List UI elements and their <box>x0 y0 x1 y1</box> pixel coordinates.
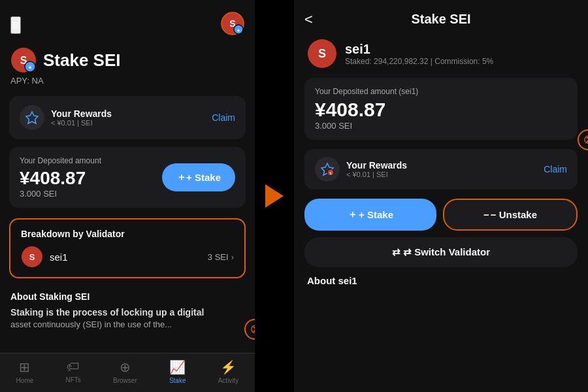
left-claim-button[interactable]: Claim <box>212 112 235 123</box>
right-rewards-title: Your Rewards <box>346 160 407 171</box>
right-panel-title: Stake SEI <box>411 12 470 27</box>
svg-text:S: S <box>318 47 326 60</box>
breakdown-title: Breakdown by Validator <box>21 229 234 239</box>
stake-icon: 📈 <box>169 359 186 375</box>
right-deposit-amount: ¥408.87 <box>315 99 567 121</box>
about-staking-fade: asset continuously (SEI) in the use of t… <box>10 319 244 329</box>
right-unstake-button[interactable]: − − Unstake <box>443 199 578 231</box>
validator-info: sei1 Staked: 294,220,982.32 | Commission… <box>345 42 493 66</box>
validator-left: S sei1 <box>21 246 68 268</box>
svg-marker-8 <box>26 112 38 123</box>
nav-stake-label: Stake <box>169 377 186 384</box>
rewards-icon <box>20 105 44 130</box>
nav-nfts-label: NFTs <box>65 376 80 384</box>
deposit-info: Your Deposited amount ¥408.87 3.000 SEI <box>20 156 101 199</box>
left-bottom-nav: ⊞ Home 🏷 NFTs ⊕ Browser 📈 Stake ⚡ Activi… <box>0 353 255 392</box>
right-rewards-card: S Your Rewards < ¥0.01 | SEI Claim <box>304 149 578 189</box>
nfts-icon: 🏷 <box>67 359 80 374</box>
switch-validator-button[interactable]: ⇄ ⇄ Switch Validator <box>304 237 578 267</box>
apy-label: APY: NA <box>0 74 255 93</box>
rewards-sub: < ¥0.01 | SEI <box>51 119 112 127</box>
left-panel: ≡ S ● S ● Stake SEI APY: NA <box>0 0 255 392</box>
nav-activity[interactable]: ⚡ Activity <box>218 359 239 384</box>
about-section: About Staking SEI Staking is the process… <box>0 284 255 333</box>
svg-text:S: S <box>29 252 35 262</box>
validator-amount: 3 SEI › <box>208 252 234 262</box>
unstake-icon: − <box>483 209 489 220</box>
menu-button[interactable]: ≡ <box>10 16 21 34</box>
left-rewards-card: Your Rewards < ¥0.01 | SEI Claim <box>9 96 246 139</box>
right-validator-meta: Staked: 294,220,982.32 | Commission: 5% <box>345 57 493 66</box>
activity-icon: ⚡ <box>220 359 237 375</box>
validator-row[interactable]: S sei1 3 SEI › <box>21 246 234 268</box>
nav-browser-label: Browser <box>113 377 137 384</box>
right-validator-name: sei1 <box>345 42 493 57</box>
left-deposit-card: Your Deposited amount ¥408.87 3.000 SEI … <box>9 147 246 208</box>
action-buttons: ＋ + Stake − − Unstake <box>304 199 578 231</box>
rewards-left: Your Rewards < ¥0.01 | SEI <box>20 105 112 130</box>
title-logo: S ● <box>10 47 37 73</box>
breakdown-card: Breakdown by Validator S sei1 3 SEI › <box>9 218 246 278</box>
right-rewards-icon: S <box>315 157 340 182</box>
back-button[interactable]: < <box>304 11 313 28</box>
left-panel-title: Stake SEI <box>43 50 121 71</box>
left-stake-button[interactable]: ＋ + Stake <box>162 163 235 191</box>
rewards-title: Your Rewards <box>51 108 112 119</box>
validator-name: sei1 <box>50 252 68 263</box>
right-rewards-sub: < ¥0.01 | SEI <box>346 171 407 178</box>
stake-action-icon: ＋ <box>348 208 357 221</box>
right-panel: < Stake SEI S sei1 Staked: 294,220,982.3… <box>294 0 588 392</box>
right-deposit-card: Your Deposited amount (sei1) ¥408.87 3.0… <box>304 78 578 140</box>
nav-browser[interactable]: ⊕ Browser <box>113 359 137 384</box>
rewards-info: Your Rewards < ¥0.01 | SEI <box>51 108 112 127</box>
left-deposit-label: Your Deposited amount <box>20 156 101 165</box>
stake-plus-icon: ＋ <box>176 171 186 184</box>
right-stake-button[interactable]: ＋ + Stake <box>304 199 436 231</box>
svg-text:●: ● <box>28 64 31 71</box>
nav-home-label: Home <box>16 377 34 384</box>
badge-number-2: ② <box>578 129 588 150</box>
switch-icon: ⇄ <box>392 246 400 258</box>
right-rewards-info: Your Rewards < ¥0.01 | SEI <box>346 160 407 178</box>
right-rewards-left: S Your Rewards < ¥0.01 | SEI <box>315 157 407 182</box>
about-staking-text: Staking is the process of locking up a d… <box>10 306 244 319</box>
nav-home[interactable]: ⊞ Home <box>16 359 34 384</box>
right-deposit-label: Your Deposited amount (sei1) <box>315 87 567 96</box>
chevron-right-icon: › <box>231 252 234 262</box>
arrow-container <box>255 0 294 392</box>
about-staking-title: About Staking SEI <box>10 291 244 302</box>
left-deposit-amount: ¥408.87 <box>20 168 101 189</box>
right-deposit-sei: 3.000 SEI <box>315 121 567 131</box>
left-title-row: S ● Stake SEI <box>0 44 255 74</box>
about-sei-label: About sei1 <box>294 267 588 289</box>
svg-text:●: ● <box>237 27 240 33</box>
header-sei-logo: S ● <box>221 12 244 38</box>
arrow-right-icon <box>265 184 284 208</box>
right-header: < Stake SEI <box>294 0 588 33</box>
nav-nfts[interactable]: 🏷 NFTs <box>65 359 80 384</box>
nav-stake[interactable]: 📈 Stake <box>169 359 186 384</box>
nav-activity-label: Activity <box>218 377 239 384</box>
right-claim-button[interactable]: Claim <box>544 164 567 174</box>
left-header: ≡ S ● <box>0 0 255 44</box>
browser-icon: ⊕ <box>120 359 131 375</box>
right-validator-header: S sei1 Staked: 294,220,982.32 | Commissi… <box>294 33 588 71</box>
home-icon: ⊞ <box>19 359 30 375</box>
left-deposit-sei: 3.000 SEI <box>20 189 101 199</box>
